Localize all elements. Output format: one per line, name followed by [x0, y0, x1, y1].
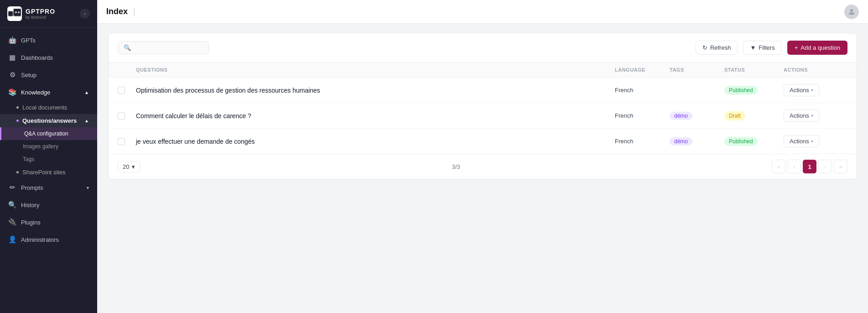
pagination-page-1-button[interactable]: 1: [803, 160, 816, 173]
row1-checkbox[interactable]: [118, 87, 125, 94]
setup-label: Setup: [21, 72, 36, 78]
sidebar-item-setup[interactable]: ⚙ Setup: [0, 66, 97, 83]
sidebar-item-dashboards[interactable]: ▦ Dashboards: [0, 49, 97, 66]
sidebar-item-history[interactable]: 🔍 History: [0, 196, 97, 214]
search-input[interactable]: [135, 44, 203, 51]
svg-point-6: [850, 9, 853, 12]
qa-chevron-icon: ▲: [84, 118, 89, 123]
pagination-last-button[interactable]: »: [834, 160, 847, 173]
sidebar-item-tags[interactable]: Tags: [0, 153, 97, 166]
svg-point-5: [18, 11, 20, 13]
local-docs-dot-icon: [16, 106, 19, 109]
sidebar-collapse-button[interactable]: ‹: [80, 9, 90, 19]
pagination-prev-button[interactable]: ‹: [787, 160, 801, 173]
sidebar-item-questions-answers[interactable]: Questions/answers ▲: [0, 114, 97, 127]
questions-table: QUESTIONS LANGUAGE TAGS STATUS ACTIONS O…: [109, 63, 857, 154]
gpts-icon: 🤖: [8, 36, 16, 44]
sidebar-item-qa-configuration[interactable]: Q&A configuration: [0, 127, 97, 140]
dashboards-label: Dashboards: [21, 54, 53, 61]
row3-language: French: [615, 138, 670, 145]
page-size-value: 20: [123, 163, 129, 170]
pagination-info: 3/3: [140, 163, 772, 170]
pagination-first-button[interactable]: «: [772, 160, 785, 173]
content-area: 🔍 ↻ Refresh ▼ Filters + Add a question: [97, 24, 868, 313]
avatar[interactable]: [844, 5, 859, 19]
row2-tags: démo: [670, 111, 724, 120]
local-docs-label: Local documents: [22, 104, 67, 111]
row3-tag-badge: démo: [670, 137, 692, 146]
page-size-chevron-icon: ▾: [132, 163, 135, 170]
row1-question: Optimisation des processus de gestion de…: [136, 87, 615, 94]
sharepoint-label: SharePoint sites: [22, 169, 66, 176]
svg-rect-2: [14, 9, 21, 16]
knowledge-label: Knowledge: [21, 89, 50, 96]
sidebar-navigation: 🤖 GPTs ▦ Dashboards ⚙ Setup 📚 Knowledge …: [0, 28, 97, 313]
filter-icon: ▼: [750, 44, 756, 51]
sidebar-item-plugins[interactable]: 🔌 Plugins: [0, 214, 97, 231]
row3-actions-cell: Actions ▾: [784, 135, 847, 147]
administrators-icon: 👤: [8, 235, 16, 244]
gpts-label: GPTs: [21, 37, 36, 44]
row2-question: Comment calculer le délais de carence ?: [136, 112, 615, 120]
pagination-controls: « ‹ 1 › »: [772, 160, 847, 173]
row2-tag-badge: démo: [670, 112, 692, 120]
row1-actions-cell: Actions ▾: [784, 84, 847, 96]
row1-status: Published: [724, 86, 784, 95]
add-question-button[interactable]: + Add a question: [787, 41, 847, 55]
svg-rect-0: [8, 11, 13, 16]
svg-point-4: [15, 11, 17, 13]
row3-chevron-icon: ▾: [811, 139, 813, 144]
plugins-icon: 🔌: [8, 218, 16, 226]
page-size-select[interactable]: 20 ▾: [118, 161, 140, 172]
topbar-divider: |: [133, 7, 135, 16]
images-gallery-label: Images gallery: [23, 143, 58, 150]
row2-chevron-icon: ▾: [811, 113, 813, 118]
logo-icon: [7, 6, 22, 21]
search-box[interactable]: 🔍: [118, 41, 209, 54]
dashboards-icon: ▦: [8, 53, 16, 62]
sidebar-logo: GPTPRO by Botmind ‹: [0, 0, 97, 28]
sidebar-item-knowledge[interactable]: 📚 Knowledge ▲: [0, 83, 97, 101]
refresh-icon: ↻: [702, 44, 707, 51]
table-row: je veux effectuer une demande de congés …: [109, 129, 857, 154]
row1-actions-button[interactable]: Actions ▾: [784, 84, 819, 96]
header-language: LANGUAGE: [615, 67, 670, 73]
plugins-label: Plugins: [21, 219, 41, 226]
sidebar-item-sharepoint-sites[interactable]: SharePoint sites: [0, 166, 97, 179]
sidebar-item-images-gallery[interactable]: Images gallery: [0, 140, 97, 153]
header-checkbox: [118, 67, 136, 73]
header-actions: ACTIONS: [784, 67, 847, 73]
row2-status: Draft: [724, 111, 784, 120]
main-content: Index | 🔍 ↻ Refresh ▼: [97, 0, 868, 313]
sidebar-item-local-documents[interactable]: Local documents: [0, 101, 97, 114]
row3-tags: démo: [670, 137, 724, 146]
pagination-next-button[interactable]: ›: [818, 160, 832, 173]
row3-status-badge: Published: [724, 137, 758, 146]
topbar: Index |: [97, 0, 868, 24]
page-title: Index: [106, 7, 128, 16]
row2-actions-label: Actions: [790, 112, 809, 119]
history-label: History: [21, 202, 39, 209]
refresh-label: Refresh: [710, 44, 731, 51]
refresh-button[interactable]: ↻ Refresh: [696, 41, 738, 55]
row3-question: je veux effectuer une demande de congés: [136, 138, 615, 145]
row2-actions-button[interactable]: Actions ▾: [784, 110, 819, 122]
sidebar-item-prompts[interactable]: ✏ Prompts ▾: [0, 179, 97, 196]
sidebar-item-gpts[interactable]: 🤖 GPTs: [0, 31, 97, 49]
sidebar: GPTPRO by Botmind ‹ 🤖 GPTs ▦ Dashboards …: [0, 0, 97, 313]
row3-actions-label: Actions: [790, 138, 809, 145]
row1-actions-label: Actions: [790, 87, 809, 94]
qa-label: Questions/answers: [22, 117, 77, 124]
row2-actions-cell: Actions ▾: [784, 110, 847, 122]
setup-icon: ⚙: [8, 71, 16, 79]
pagination-bar: 20 ▾ 3/3 « ‹ 1 › »: [109, 154, 857, 179]
row3-actions-button[interactable]: Actions ▾: [784, 135, 819, 147]
sidebar-item-administrators[interactable]: 👤 Administrators: [0, 231, 97, 248]
filters-label: Filters: [759, 44, 774, 51]
filters-button[interactable]: ▼ Filters: [743, 41, 781, 55]
qa-dot-icon: [16, 120, 19, 122]
row2-checkbox[interactable]: [118, 112, 125, 120]
row3-checkbox[interactable]: [118, 138, 125, 145]
history-icon: 🔍: [8, 201, 16, 209]
header-questions: QUESTIONS: [136, 67, 615, 73]
